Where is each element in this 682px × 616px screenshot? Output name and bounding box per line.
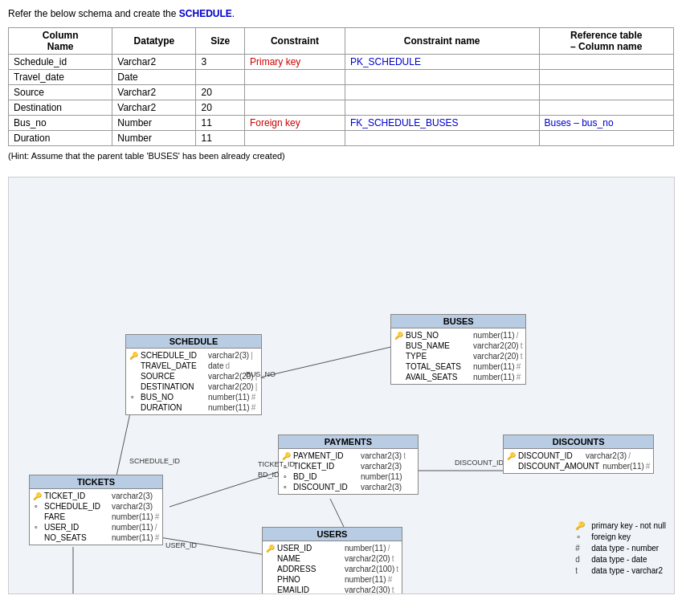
col-payment-id: PAYMENT_ID [293,451,357,460]
entity-row: AVAIL_SEATS number(11) # [394,372,522,382]
entity-users-body: 🔑 USER_ID number(11) / NAME varchar2(20)… [263,541,402,594]
col-flag: t [521,341,523,350]
legend-number-label: data type - number [591,544,659,553]
entity-payments: PAYMENTS 🔑 PAYMENT_ID varchar2(3) t ⚬ TI… [278,434,419,495]
none-icon [129,383,139,391]
col-type: varchar2(3) [361,483,402,492]
col-flag: | [255,382,258,391]
col-total-seats: TOTAL_SEATS [406,362,470,371]
legend-fk-icon: ⚬ [575,532,588,541]
entity-row: NAME varchar2(20) t [266,553,398,564]
entity-tickets-body: 🔑 TICKET_ID varchar2(3) ⚬ SCHEDULE_ID va… [30,489,162,545]
col-type: Varchar2 [112,100,196,116]
header-reference: Reference table– Column name [539,28,674,55]
col-ref [539,131,674,146]
col-constraint [245,85,345,100]
header-datatype: Datatype [112,28,196,55]
col-type: varchar2(3) [112,492,153,500]
entity-discounts: DISCOUNTS 🔑 DISCOUNT_ID varchar2(3) / DI… [503,434,654,474]
col-bus-no: BUS_NO [141,393,205,402]
col-type: varchar2(30) [345,585,390,594]
legend-pk-label: primary key - not null [591,521,666,530]
col-type: varchar2(3) [361,462,402,471]
col-cname [345,70,539,85]
intro-paragraph: Refer the below schema and create the SC… [8,8,674,19]
col-user-id: USER_ID [44,523,108,532]
col-type: varchar2(100) [345,565,394,573]
table-row: Source Varchar2 20 [9,85,674,100]
entity-row: ⚬ USER_ID number(11) / [33,522,159,532]
col-avail-seats: AVAIL_SEATS [406,373,470,381]
entity-row: 🔑 SCHEDULE_ID varchar2(3) | [129,350,258,361]
entity-row: PHNO number(11) # [266,574,398,585]
connector-label-discount-id: DISCOUNT_ID [455,459,504,467]
col-bus-no: Bus_no [9,116,112,131]
none-icon [394,373,404,381]
legend-varchar-label: data type - varchar2 [591,566,663,575]
entity-row: TYPE varchar2(20) t [394,351,522,361]
col-emailid: EMAILID [277,585,341,594]
col-bd-id: BD_ID [293,472,357,481]
col-flag: t [403,451,406,460]
col-type: number(11) [473,362,515,371]
entity-row: NO_SEATS number(11) # [33,532,159,543]
col-flag: t [392,585,394,594]
col-cname [345,131,539,146]
pk-icon: 🔑 [282,452,292,460]
col-cname: PK_SCHEDULE [345,55,539,70]
entity-schedule-body: 🔑 SCHEDULE_ID varchar2(3) | TRAVEL_DATE … [126,349,261,414]
entity-row: 🔑 USER_ID number(11) / [266,543,398,553]
none-icon [266,576,276,584]
table-row: Travel_date Date [9,70,674,85]
col-no-seats: NO_SEATS [44,533,108,542]
pk-icon: 🔑 [129,352,139,360]
entity-row: EMAILID varchar2(30) t [266,585,398,594]
legend-date-icon: d [575,555,588,564]
col-schedule-id: SCHEDULE_ID [141,351,205,360]
col-flag: # [517,362,521,371]
none-icon [394,342,404,350]
col-flag: t [396,565,398,573]
col-schedule-id: Schedule_id [9,55,112,70]
col-name: NAME [277,554,341,563]
col-discount-id: DISCOUNT_ID [518,451,582,460]
col-flag: # [388,575,393,584]
none-icon [129,404,139,412]
none-icon [33,534,43,542]
entity-schedule-header: SCHEDULE [126,335,261,349]
header-size: Size [196,28,245,55]
col-discount-id: DISCOUNT_ID [293,483,357,492]
fk-icon: ⚬ [282,483,292,492]
legend-item-number: # data type - number [575,544,666,553]
col-schedule-id: SCHEDULE_ID [44,502,108,511]
col-duration: Duration [9,131,112,146]
col-flag: # [251,403,256,412]
header-constraint: Constraint [245,28,345,55]
connector-label-schedule-id: SCHEDULE_ID [129,457,180,465]
col-flag: / [628,451,631,460]
col-type: varchar2(3) [112,502,153,511]
col-user-id: USER_ID [277,544,341,553]
col-flag: # [646,462,651,471]
entity-row: ⚬ SCHEDULE_ID varchar2(3) [33,501,159,512]
col-type: number(11) [473,331,515,340]
col-type: varchar2(3) [361,451,402,460]
col-duration: DURATION [141,403,205,412]
entity-row: ⚬ TICKET_ID varchar2(3) [282,461,415,471]
none-icon [33,513,43,521]
col-type: Number [112,116,196,131]
entity-payments-header: PAYMENTS [279,435,418,449]
col-constraint: Foreign key [245,116,345,131]
col-type: varchar2(20) [473,341,519,350]
entity-row: 🔑 DISCOUNT_ID varchar2(3) / [507,451,650,461]
legend-item-varchar: t data type - varchar2 [575,566,666,575]
col-type: varchar2(20) [345,554,390,563]
entity-row: BUS_NAME varchar2(20) t [394,341,522,351]
entity-row: 🔑 BUS_NO number(11) / [394,330,522,341]
col-type: varchar2(20) [208,382,254,391]
col-constraint [245,131,345,146]
col-fare: FARE [44,512,108,521]
col-discount-amount: DISCOUNT_AMOUNT [518,462,599,471]
entity-row: 🔑 TICKET_ID varchar2(3) [33,491,159,501]
pk-icon: 🔑 [266,545,276,553]
